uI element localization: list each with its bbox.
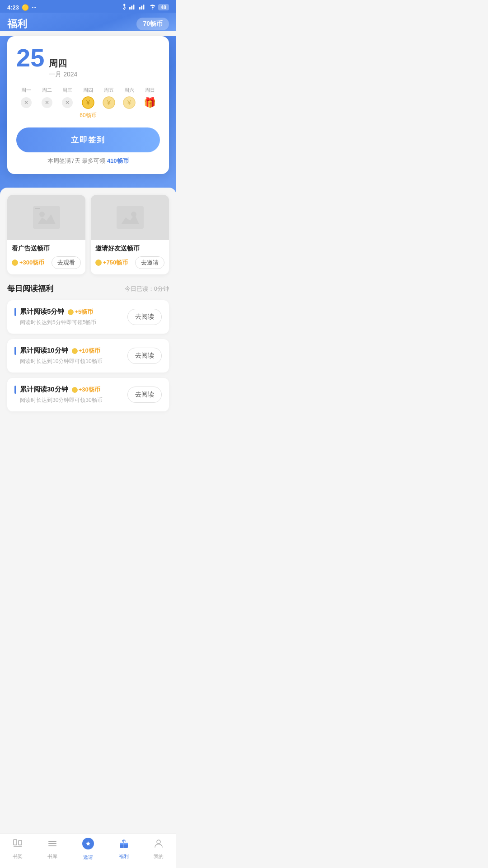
svg-rect-26 xyxy=(117,206,144,229)
week-day-thu: 周四 ¥ xyxy=(78,87,99,109)
bluetooth-icon xyxy=(121,4,127,11)
week-day-sat: 周六 ¥ xyxy=(119,87,140,109)
svg-text:¥: ¥ xyxy=(107,99,111,106)
go-read-button-30min[interactable]: 去阅读 xyxy=(127,387,162,403)
reading-coin-30min: +30畅币 xyxy=(72,386,100,394)
reading-bar xyxy=(14,308,16,316)
reading-item-30min: 累计阅读30分钟 +30畅币 阅读时长达到30分钟即可领30畅币 去阅读 xyxy=(7,378,169,411)
go-read-button-5min[interactable]: 去阅读 xyxy=(127,309,162,325)
more-icon: ··· xyxy=(32,4,37,11)
banner-invite[interactable]: 邀请好友送畅币 +750畅币 去邀请 xyxy=(91,195,169,274)
banner-ad[interactable]: 看广告送畅币 +300畅币 去观看 xyxy=(7,195,85,274)
svg-point-31 xyxy=(72,387,77,392)
reading-coin-5min: +5畅币 xyxy=(68,308,93,316)
week-day-mon: 周一 ✕ xyxy=(16,87,37,109)
reading-bar-2 xyxy=(14,347,16,355)
reading-desc-10min: 阅读时长达到10分钟即可领10畅币 xyxy=(20,358,122,365)
svg-rect-0 xyxy=(129,7,131,9)
notification-icon: 🟡 xyxy=(22,4,29,11)
checkin-button[interactable]: 立即签到 xyxy=(16,127,160,152)
daily-reading-title: 每日阅读福利 xyxy=(7,283,53,294)
status-bar: 4:23 🟡 ··· 48 xyxy=(0,0,176,13)
missed-icon-mon: ✕ xyxy=(21,97,32,108)
missed-icon-tue: ✕ xyxy=(42,97,52,108)
svg-point-28 xyxy=(96,260,102,266)
week-row: 周一 ✕ 周二 ✕ 周三 ✕ 周四 ¥ xyxy=(16,87,160,109)
watch-ad-button[interactable]: 去观看 xyxy=(52,256,81,269)
week-day-fri: 周五 ¥ xyxy=(99,87,119,109)
reading-bar-3 xyxy=(14,386,16,394)
svg-point-30 xyxy=(72,348,77,354)
daily-reading-header: 每日阅读福利 今日已读：0分钟 xyxy=(7,283,169,294)
coin-icon-thu: ¥ xyxy=(82,96,94,109)
date-section: 25 周四 一月 2024 xyxy=(16,45,160,79)
coin-icon-fri: ¥ xyxy=(103,96,115,109)
blue-section: 25 周四 一月 2024 周一 ✕ 周二 ✕ 周三 ✕ xyxy=(0,36,176,201)
checkin-hint: 本周签满7天 最多可领 410畅币 xyxy=(16,157,160,165)
svg-rect-23 xyxy=(33,206,60,229)
banner-invite-coin: +750畅币 xyxy=(95,259,128,267)
go-read-button-10min[interactable]: 去阅读 xyxy=(127,348,162,364)
reading-desc-30min: 阅读时长达到30分钟即可领30畅币 xyxy=(20,396,122,404)
svg-rect-2 xyxy=(133,5,134,9)
reading-coin-10min: +10畅币 xyxy=(72,347,100,355)
reading-title-5min: 累计阅读5分钟 xyxy=(20,307,64,316)
svg-rect-5 xyxy=(143,5,144,9)
signal-icon xyxy=(129,4,137,10)
banner-row: 看广告送畅币 +300畅币 去观看 邀请好友 xyxy=(7,195,169,274)
reading-desc-5min: 阅读时长达到5分钟即可领5畅币 xyxy=(20,319,122,326)
header: 福利 70畅币 xyxy=(0,13,176,31)
date-weekday: 周四 xyxy=(49,57,77,70)
week-day-tue: 周二 ✕ xyxy=(37,87,57,109)
coin-icon-sat: ¥ xyxy=(123,96,136,109)
banner-ad-title: 看广告送畅币 xyxy=(12,245,81,253)
svg-point-24 xyxy=(39,212,45,217)
today-reward: 60畅币 xyxy=(16,112,160,119)
svg-text:¥: ¥ xyxy=(127,99,131,106)
banner-invite-title: 邀请好友送畅币 xyxy=(95,245,164,253)
svg-point-29 xyxy=(68,309,74,315)
main-content: 看广告送畅币 +300畅币 去观看 邀请好友 xyxy=(0,188,176,460)
treasure-icon: 🎁 xyxy=(144,97,156,108)
svg-rect-1 xyxy=(131,6,132,9)
banner-ad-image xyxy=(7,195,85,240)
svg-point-27 xyxy=(131,212,136,217)
battery-icon: 48 xyxy=(158,4,169,10)
reading-item-5min: 累计阅读5分钟 +5畅币 阅读时长达到5分钟即可领5畅币 去阅读 xyxy=(7,300,169,334)
banner-ad-coin: +300畅币 xyxy=(12,259,44,267)
svg-text:¥: ¥ xyxy=(86,99,90,106)
time: 4:23 xyxy=(7,4,19,11)
date-month: 一月 2024 xyxy=(49,71,77,79)
date-day: 25 xyxy=(16,45,44,71)
week-day-wed: 周三 ✕ xyxy=(57,87,78,109)
svg-rect-4 xyxy=(141,6,142,9)
signal2-icon xyxy=(139,4,147,10)
svg-rect-3 xyxy=(139,7,141,9)
week-day-sun: 周日 🎁 xyxy=(140,87,160,109)
today-read-time: 今日已读：0分钟 xyxy=(125,285,169,293)
calendar-card: 25 周四 一月 2024 周一 ✕ 周二 ✕ 周三 ✕ xyxy=(7,36,169,174)
svg-point-25 xyxy=(12,260,18,266)
invite-button[interactable]: 去邀请 xyxy=(135,256,164,269)
page-title: 福利 xyxy=(7,17,27,31)
wifi-icon xyxy=(149,4,156,10)
banner-invite-image xyxy=(91,195,169,240)
reading-title-30min: 累计阅读30分钟 xyxy=(20,385,68,394)
coin-balance[interactable]: 70畅币 xyxy=(136,18,169,30)
reading-title-10min: 累计阅读10分钟 xyxy=(20,346,68,355)
missed-icon-wed: ✕ xyxy=(62,97,73,108)
reading-item-10min: 累计阅读10分钟 +10畅币 阅读时长达到10分钟即可领10畅币 去阅读 xyxy=(7,339,169,373)
